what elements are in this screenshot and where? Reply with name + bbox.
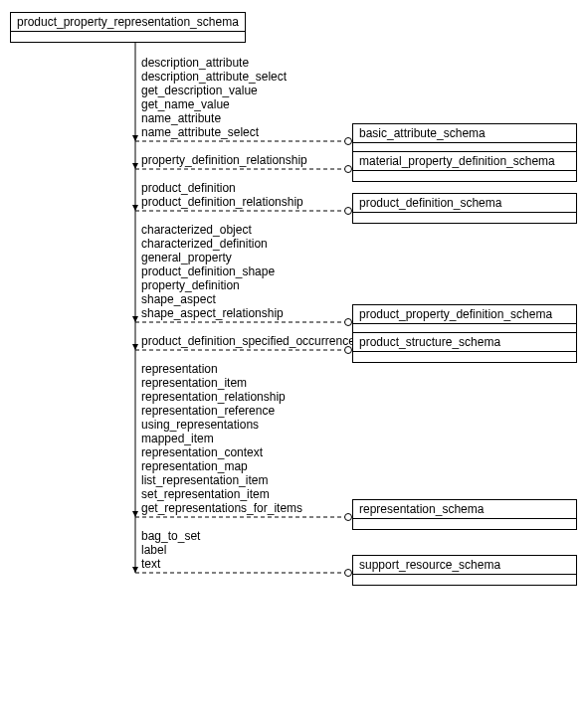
attribute-item: shape_aspect bbox=[141, 292, 216, 306]
target-schema-box: representation_schema bbox=[352, 499, 577, 530]
attribute-item: bag_to_set bbox=[141, 529, 200, 543]
target-schema-label: support_resource_schema bbox=[353, 556, 576, 575]
attribute-item: text bbox=[141, 557, 160, 571]
target-schema-box: product_property_definition_schema bbox=[352, 304, 577, 335]
attribute-item: representation_relationship bbox=[141, 390, 286, 404]
attribute-item: representation_map bbox=[141, 459, 248, 473]
attribute-item: set_representation_item bbox=[141, 487, 270, 501]
attribute-item: get_description_value bbox=[141, 84, 258, 97]
attribute-item: name_attribute_select bbox=[141, 125, 259, 139]
attribute-item: property_definition_relationship bbox=[141, 153, 307, 167]
attribute-item: product_definition_relationship bbox=[141, 195, 303, 209]
target-schema-box: material_property_definition_schema bbox=[352, 151, 577, 182]
attribute-item: product_definition_shape bbox=[141, 265, 275, 278]
attribute-item: product_definition_specified_occurrence bbox=[141, 334, 355, 348]
svg-point-19 bbox=[345, 570, 352, 577]
attribute-item: get_representations_for_items bbox=[141, 501, 302, 515]
attribute-item: description_attribute bbox=[141, 56, 249, 70]
svg-point-4 bbox=[345, 166, 352, 173]
svg-point-10 bbox=[345, 319, 352, 326]
target-schema-box: product_structure_schema bbox=[352, 332, 577, 363]
target-schema-label: material_property_definition_schema bbox=[353, 152, 576, 171]
attribute-item: shape_aspect_relationship bbox=[141, 306, 284, 320]
svg-point-1 bbox=[345, 138, 352, 145]
target-schema-label: product_property_definition_schema bbox=[353, 305, 576, 324]
attribute-item: representation_context bbox=[141, 445, 263, 459]
target-schema-label: product_structure_schema bbox=[353, 333, 576, 352]
svg-point-7 bbox=[345, 208, 352, 215]
attribute-item: mapped_item bbox=[141, 432, 214, 445]
attribute-item: representation bbox=[141, 362, 218, 376]
attribute-item: representation_reference bbox=[141, 404, 275, 418]
attribute-item: description_attribute_select bbox=[141, 70, 287, 84]
attribute-item: using_representations bbox=[141, 418, 259, 432]
svg-point-16 bbox=[345, 514, 352, 521]
attribute-item: name_attribute bbox=[141, 111, 221, 125]
target-schema-box: product_definition_schema bbox=[352, 193, 577, 224]
main-schema-label: product_property_representation_schema bbox=[11, 13, 245, 32]
attribute-item: representation_item bbox=[141, 376, 247, 390]
target-schema-label: basic_attribute_schema bbox=[353, 124, 576, 143]
target-schema-box: basic_attribute_schema bbox=[352, 123, 577, 154]
attribute-item: label bbox=[141, 543, 166, 557]
attribute-item: list_representation_item bbox=[141, 473, 268, 487]
attribute-item: general_property bbox=[141, 251, 232, 265]
target-schema-label: product_definition_schema bbox=[353, 194, 576, 213]
attribute-item: property_definition bbox=[141, 278, 240, 292]
target-schema-box: support_resource_schema bbox=[352, 555, 577, 586]
attribute-item: characterized_object bbox=[141, 223, 252, 237]
main-schema-box: product_property_representation_schema bbox=[10, 12, 246, 43]
attribute-item: product_definition bbox=[141, 181, 236, 195]
attribute-item: characterized_definition bbox=[141, 237, 268, 251]
attribute-item: get_name_value bbox=[141, 97, 230, 111]
target-schema-label: representation_schema bbox=[353, 500, 576, 519]
